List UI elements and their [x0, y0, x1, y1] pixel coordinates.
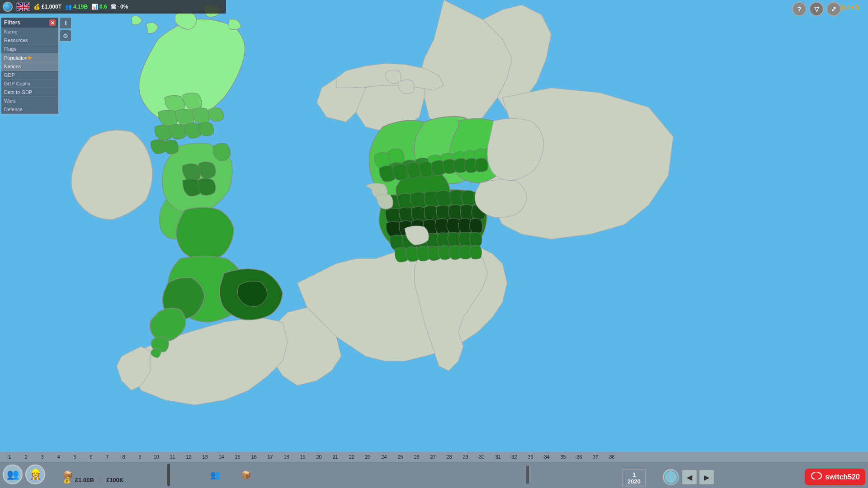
timeline-num-4[interactable]: 4: [51, 454, 67, 460]
bottom-money: 💰 £1.00B ≈ £100K: [63, 477, 123, 483]
timeline-num-16[interactable]: 16: [246, 454, 262, 460]
filter-nations[interactable]: Nations: [1, 62, 58, 71]
filter-gdp-capita[interactable]: GDP Capita: [1, 80, 58, 88]
timeline-num-31[interactable]: 31: [490, 454, 506, 460]
timeline-num-36[interactable]: 36: [571, 454, 588, 460]
timeline-num-37[interactable]: 37: [588, 454, 604, 460]
filter-wars[interactable]: Wars: [1, 97, 58, 105]
switch-brand: switch520: [805, 469, 865, 485]
timeline-num-5[interactable]: 5: [67, 454, 83, 460]
help-button[interactable]: ?: [792, 2, 807, 16]
timeline-num-15[interactable]: 15: [230, 454, 246, 460]
flag-button[interactable]: [16, 2, 30, 11]
approval-display: 📊 0.6: [91, 4, 107, 10]
timeline-event-box2[interactable]: 📦: [238, 470, 254, 480]
filter-button[interactable]: ▽: [809, 2, 824, 16]
filter-name[interactable]: Name: [1, 28, 58, 36]
timeline-num-9[interactable]: 9: [132, 454, 148, 460]
buildings-display: 🏛 · 0%: [111, 4, 128, 10]
filter-population[interactable]: Population ▶: [1, 53, 58, 62]
timeline-num-13[interactable]: 13: [197, 454, 213, 460]
timeline-num-26[interactable]: 26: [409, 454, 425, 460]
timeline-num-11[interactable]: 11: [165, 454, 181, 460]
prev-button[interactable]: ◀: [682, 469, 697, 485]
gear-button[interactable]: ⚙: [60, 30, 71, 42]
timeline-num-20[interactable]: 20: [311, 454, 327, 460]
minimap-globe[interactable]: [662, 468, 680, 486]
filter-resources[interactable]: Resources: [1, 36, 58, 45]
timeline-num-3[interactable]: 3: [34, 454, 51, 460]
timeline-num-17[interactable]: 17: [262, 454, 278, 460]
globe-icon: [3, 2, 13, 12]
bottom-left-avatars: 👥 👷: [3, 465, 45, 484]
timeline-num-30[interactable]: 30: [474, 454, 490, 460]
expand-button[interactable]: ⤢: [826, 2, 841, 16]
timeline-num-12[interactable]: 12: [181, 454, 197, 460]
timeline-events: 📦 👥 📦: [0, 462, 868, 488]
date-box: 1 2020: [623, 469, 646, 487]
timeline-num-33[interactable]: 33: [523, 454, 539, 460]
timeline-num-19[interactable]: 19: [295, 454, 311, 460]
timeline-event-people[interactable]: 👥: [207, 470, 223, 480]
approval-value: 0.6: [99, 4, 107, 10]
topbar: 💰 £1.000T 👥 4.19B 📊 0.6 🏛 · 0%: [0, 0, 226, 14]
timeline-num-8[interactable]: 8: [116, 454, 132, 460]
money-value: £1.000T: [42, 4, 61, 10]
timeline-num-22[interactable]: 22: [344, 454, 360, 460]
worker-avatar-button[interactable]: 👷: [25, 465, 45, 484]
filters-title: Filters: [4, 19, 20, 26]
timeline-marker2: [526, 466, 529, 484]
switch-text: switch520: [826, 473, 860, 481]
timeline-num-27[interactable]: 27: [425, 454, 441, 460]
population-value: 4.19B: [73, 4, 88, 10]
info-button[interactable]: ℹ: [60, 17, 71, 29]
top-right-icons: ? ▽ ⤢: [792, 2, 841, 16]
timeline-numbers: 1 2 3 4 5 6 7 8 9 10 11 12 13 14 15 16 1…: [0, 452, 868, 462]
date-year: 2020: [627, 478, 641, 485]
panel-side-buttons: ℹ ⚙: [60, 17, 71, 42]
filters-close-button[interactable]: ✕: [49, 19, 56, 26]
timeline-num-7[interactable]: 7: [99, 454, 116, 460]
timeline-num-29[interactable]: 29: [458, 454, 474, 460]
timeline-num-32[interactable]: 32: [506, 454, 523, 460]
bottom-extra-label: £100K: [106, 477, 123, 483]
population-arrow: ▶: [28, 55, 32, 61]
filters-header: Filters ✕: [1, 18, 58, 28]
money-display: 💰 £1.000T: [33, 4, 61, 10]
filter-flags[interactable]: Flags: [1, 45, 58, 53]
timeline-num-23[interactable]: 23: [360, 454, 376, 460]
timeline-num-14[interactable]: 14: [213, 454, 230, 460]
population-display: 👥 4.19B: [65, 4, 88, 10]
globe-button[interactable]: [3, 2, 13, 12]
timeline-num-35[interactable]: 35: [555, 454, 571, 460]
timeline-num-2[interactable]: 2: [18, 454, 34, 460]
bottom-coin-label: £1.00B: [75, 477, 94, 483]
timeline-num-18[interactable]: 18: [278, 454, 295, 460]
filter-gdp[interactable]: GDP: [1, 71, 58, 80]
map-container[interactable]: [0, 0, 868, 488]
tax-value: 0%: [120, 4, 128, 10]
timeline-num-6[interactable]: 6: [83, 454, 99, 460]
timeline-num-25[interactable]: 25: [392, 454, 409, 460]
playback-controls: ◀ ▶: [662, 468, 714, 486]
map-svg: [0, 0, 868, 488]
timeline-num-21[interactable]: 21: [327, 454, 344, 460]
switch-logo: [810, 470, 823, 483]
filters-panel: Filters ✕ Name Resources Flags Populatio…: [1, 17, 59, 114]
filter-debt-gdp[interactable]: Debt to GDP: [1, 88, 58, 97]
timeline-num-10[interactable]: 10: [148, 454, 165, 460]
svg-rect-18: [815, 473, 818, 479]
bottom-bar: 1 2 3 4 5 6 7 8 9 10 11 12 13 14 15 16 1…: [0, 452, 868, 488]
people-avatar-button[interactable]: 👥: [3, 465, 23, 484]
timeline-marker1: [167, 464, 170, 486]
date-day: 1: [627, 471, 641, 478]
filter-defence[interactable]: Defence: [1, 105, 58, 114]
timeline-num-1[interactable]: 1: [2, 454, 18, 460]
timeline-num-24[interactable]: 24: [376, 454, 392, 460]
timeline-num-38[interactable]: 38: [604, 454, 620, 460]
buildings-icon: 🏛: [111, 4, 116, 10]
timeline-num-28[interactable]: 28: [441, 454, 458, 460]
play-button[interactable]: ▶: [699, 469, 714, 485]
timeline-num-34[interactable]: 34: [539, 454, 555, 460]
